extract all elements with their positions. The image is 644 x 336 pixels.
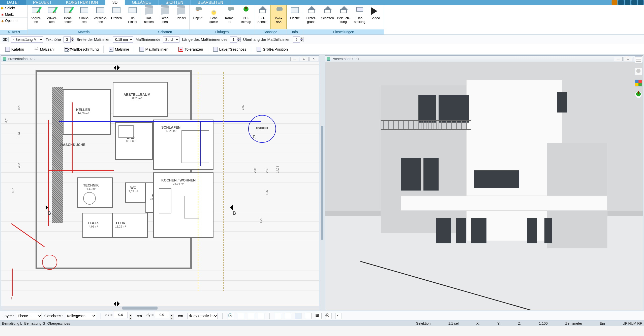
ueberhang-stepper[interactable]: ▲▼ xyxy=(293,36,303,43)
btn-hinpinsel[interactable]: Hin. Pinsel xyxy=(125,5,141,29)
btn-masszahl[interactable]: 1.2Maßzahl xyxy=(30,46,59,53)
grid-icon[interactable]: ▦ xyxy=(315,313,322,319)
layers-panel-icon[interactable] xyxy=(635,56,642,63)
tab-gelaende[interactable]: GELÄNDE xyxy=(125,0,158,5)
btn-bearbeiten[interactable]: Bear- beiten xyxy=(60,5,76,29)
pane-right-max[interactable]: ☐ xyxy=(624,57,632,61)
btn-pinsel[interactable]: Pinsel xyxy=(173,5,189,29)
laenge-up[interactable]: ▲ xyxy=(237,37,241,40)
pane-left-min[interactable]: — xyxy=(290,57,299,61)
dy-up[interactable]: ▲ xyxy=(170,314,173,317)
pane-left-max[interactable]: ☐ xyxy=(300,57,309,61)
view-2-icon[interactable] xyxy=(285,313,291,319)
texthoehe-input[interactable] xyxy=(64,36,71,43)
bemassung-dropdown[interactable]: <Bemaßung M: xyxy=(11,36,43,43)
dy-down[interactable]: ▼ xyxy=(170,317,173,320)
btn-rechnen[interactable]: Rech- nen xyxy=(157,5,173,29)
btn-bitmap3d[interactable]: 3D- Bitmap xyxy=(238,5,254,29)
tab-konstruktion[interactable]: KONSTRUKTION xyxy=(59,0,105,5)
btn-beleuchtung[interactable]: Beleuch- tung xyxy=(335,5,352,29)
btn-schatten[interactable]: Schatten xyxy=(319,5,335,29)
texthoehe-up[interactable]: ▲ xyxy=(71,37,74,40)
btn-toleranzen[interactable]: ±Toleranzen xyxy=(175,46,208,53)
plants-panel-icon[interactable] xyxy=(635,91,642,98)
pane-3d-header[interactable]: Präsentation 02:1 — ☐ ✕ xyxy=(325,56,643,62)
dx-down[interactable]: ▼ xyxy=(129,317,132,320)
tab-projekt[interactable]: PROJEKT xyxy=(26,0,59,5)
view-1-icon[interactable] xyxy=(275,313,281,319)
ueberhang-up[interactable]: ▲ xyxy=(300,37,303,40)
split-handle[interactable] xyxy=(321,126,323,240)
laenge-down[interactable]: ▼ xyxy=(237,40,241,42)
mark-dropdown[interactable]: ✶Mark. xyxy=(0,11,27,18)
ueberhang-down[interactable]: ▼ xyxy=(300,40,303,42)
view-4-icon[interactable] xyxy=(305,313,312,319)
btn-kamera[interactable]: Kame- ra xyxy=(222,5,238,29)
coord-mode-select[interactable]: dx,dy (relativ ka xyxy=(188,313,218,319)
titlebar-btn-3[interactable] xyxy=(625,0,630,5)
tab-datei[interactable]: DATEI xyxy=(0,0,26,5)
btn-zuweisen[interactable]: Zuwei- sen xyxy=(44,5,60,29)
ueberhang-input[interactable] xyxy=(293,36,300,43)
snap-2-icon[interactable] xyxy=(248,313,254,319)
floorplan-canvas[interactable]: KELLER14,09 m² ABSTELLRAUM8,31 m² WASCHK… xyxy=(1,62,319,310)
tab-sichten[interactable]: SICHTEN xyxy=(159,0,191,5)
btn-masshilfslinien[interactable]: Maßhilfslinien xyxy=(136,46,173,53)
overflow-icon[interactable]: ⋮ xyxy=(335,313,342,319)
btn-verschieben[interactable]: Verschie- ben xyxy=(92,5,108,29)
btn-katalog[interactable]: Katalog xyxy=(2,46,29,53)
titlebar-btn-2[interactable] xyxy=(618,0,624,5)
dx-input[interactable] xyxy=(114,312,128,318)
btn-massbeschriftung[interactable]: TXTMaßbeschriftung xyxy=(61,46,104,53)
titlebar-btn-1[interactable] xyxy=(612,0,617,5)
snap-1-icon[interactable] xyxy=(238,313,244,319)
btn-drehen[interactable]: Drehen xyxy=(108,5,125,29)
geschoss-select[interactable]: Kellergesch xyxy=(66,313,96,319)
btn-video[interactable]: Video xyxy=(368,5,384,29)
tab-3d[interactable]: 3D xyxy=(105,0,125,5)
laenge-input[interactable] xyxy=(230,36,237,43)
arrow-down-icon: ↓ xyxy=(10,296,12,300)
btn-darstellung[interactable]: Dar- stellung xyxy=(352,5,368,29)
btn-schnitt3d[interactable]: 3D- Schnitt xyxy=(254,5,270,29)
tab-bearbeiten[interactable]: BEARBEITEN xyxy=(191,0,230,5)
select-mode-button[interactable]: Selekt xyxy=(0,5,27,11)
pane-left-close[interactable]: ✕ xyxy=(310,57,318,61)
floorplan-hscrollbar[interactable] xyxy=(1,306,319,310)
btn-kollision[interactable]: Kolli- sion xyxy=(270,5,287,29)
materials-panel-icon[interactable] xyxy=(635,80,642,87)
btn-abgreifen[interactable]: Abgrei- fen xyxy=(28,5,44,29)
unit-1: cm xyxy=(137,314,142,318)
btn-layer[interactable]: Layer/Geschoss xyxy=(209,46,251,53)
flur-label: FLUR15,29 m² xyxy=(115,221,126,228)
breite-dropdown[interactable]: 0,18 mm xyxy=(113,36,133,43)
schlafen-label: SCHLAFEN13,28 m² xyxy=(161,125,180,132)
dy-input[interactable] xyxy=(155,312,169,318)
texthoehe-stepper[interactable]: ▲▼ xyxy=(64,36,74,43)
pane-floorplan-header[interactable]: Präsentation 02:2 — ☐ ✕ xyxy=(1,56,319,62)
snap-3-icon[interactable] xyxy=(258,313,264,319)
options-button[interactable]: ✚Optionen xyxy=(0,18,27,24)
section-B-right-tri xyxy=(228,205,233,210)
btn-masslinie[interactable]: ↔Maßlinie xyxy=(105,46,134,53)
pane-right-min[interactable]: — xyxy=(614,57,623,61)
btn-hintergrund[interactable]: Hinter- grund xyxy=(303,5,319,29)
laenge-stepper[interactable]: ▲▼ xyxy=(230,36,241,43)
btn-lichtquelle[interactable]: Licht- quelle xyxy=(206,5,222,29)
view-3-icon[interactable] xyxy=(295,313,301,319)
clock-icon[interactable]: 🕓 xyxy=(228,313,234,319)
north-icon[interactable]: Ⓝ xyxy=(325,313,332,319)
ende-dropdown[interactable]: Strich xyxy=(163,36,179,43)
titlebar-help-btn[interactable] xyxy=(638,0,643,5)
btn-skalieren[interactable]: Skalie- ren xyxy=(76,5,92,29)
dx-up[interactable]: ▲ xyxy=(129,314,132,317)
layer-select[interactable]: Ebene 1 xyxy=(17,313,42,319)
btn-flaeche[interactable]: Fläche xyxy=(287,5,303,29)
btn-groesse[interactable]: Größe/Position xyxy=(253,46,292,53)
btn-darstellen[interactable]: Dar- stellen xyxy=(141,5,157,29)
titlebar-btn-4[interactable] xyxy=(631,0,637,5)
furniture-panel-icon[interactable] xyxy=(635,68,642,75)
texthoehe-down[interactable]: ▼ xyxy=(71,40,74,42)
btn-objekt[interactable]: Objekt xyxy=(190,5,206,29)
view3d-canvas[interactable] xyxy=(325,62,643,310)
